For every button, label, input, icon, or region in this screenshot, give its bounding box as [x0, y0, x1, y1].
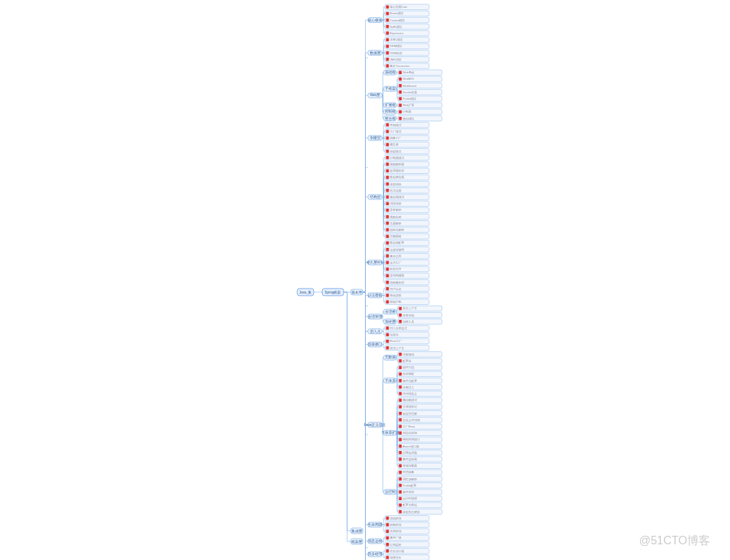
svg-rect-206	[399, 432, 402, 435]
svg-text:切入点: 切入点	[370, 329, 381, 333]
svg-rect-23	[386, 31, 389, 35]
svg-rect-248	[386, 523, 389, 527]
svg-rect-176	[399, 366, 402, 370]
svg-text:Aware接口族: Aware接口族	[403, 445, 419, 448]
svg-text:Context模块: Context模块	[390, 19, 405, 22]
svg-rect-110	[386, 222, 389, 225]
svg-rect-17	[386, 19, 389, 22]
svg-rect-56	[399, 104, 402, 108]
svg-text:后置处理器: 后置处理器	[403, 451, 417, 455]
svg-text:基础框: 基础框	[385, 70, 396, 74]
svg-rect-191	[399, 399, 402, 403]
svg-rect-59	[399, 110, 402, 114]
svg-rect-230	[399, 484, 402, 487]
svg-text:Bean工厂: Bean工厂	[390, 339, 402, 343]
svg-rect-203	[399, 425, 402, 428]
svg-text:OXM映射: OXM映射	[390, 51, 402, 55]
svg-rect-32	[386, 51, 389, 55]
svg-text:验证器模式: 验证器模式	[390, 195, 404, 199]
svg-text:应用上下文: 应用上下文	[390, 346, 404, 350]
svg-text:切入点表达式: 切入点表达式	[390, 326, 407, 330]
svg-rect-107	[386, 215, 389, 219]
svg-text:加密层: 加密层	[385, 319, 396, 323]
svg-rect-149	[399, 307, 402, 311]
svg-rect-224	[399, 471, 402, 475]
svg-text:组件扫描: 组件扫描	[403, 365, 414, 369]
svg-rect-128	[386, 261, 389, 264]
svg-rect-212	[399, 445, 402, 448]
svg-text:初始化回调: 初始化回调	[403, 431, 417, 435]
svg-text:控制框: 控制框	[385, 109, 396, 113]
svg-rect-101	[386, 202, 389, 206]
svg-text:工厂Bean: 工厂Bean	[403, 425, 415, 428]
svg-text:条件化配置: 条件化配置	[403, 379, 417, 383]
svg-text:容器接口: 容器接口	[368, 342, 382, 346]
svg-text:配置类: 配置类	[403, 359, 411, 363]
svg-text:调度任务: 调度任务	[390, 556, 401, 559]
svg-text:条件求值: 条件求值	[403, 490, 414, 494]
svg-text:注解驱动: 注解驱动	[403, 353, 414, 356]
svg-text:Spring框架: Spring框架	[324, 290, 341, 294]
svg-text:Web层: Web层	[370, 93, 380, 97]
svg-rect-236	[399, 497, 402, 501]
svg-text:核心容器Core: 核心容器Core	[389, 5, 407, 9]
svg-rect-50	[399, 90, 402, 94]
svg-rect-68	[386, 130, 389, 133]
svg-text:连接池管理: 连接池管理	[390, 248, 404, 252]
svg-rect-152	[399, 313, 402, 317]
svg-rect-209	[399, 438, 402, 442]
svg-text:会话管理: 会话管理	[368, 314, 382, 318]
svg-rect-134	[386, 274, 389, 278]
svg-rect-122	[386, 248, 389, 252]
svg-rect-92	[386, 182, 389, 186]
svg-text:框架层: 框架层	[351, 539, 362, 544]
svg-text:自定义作用域: 自定义作用域	[403, 418, 420, 422]
svg-text:环境抽象: 环境抽象	[403, 470, 414, 474]
svg-rect-197	[399, 412, 402, 415]
svg-text:消息转换: 消息转换	[390, 202, 401, 205]
svg-rect-179	[399, 373, 402, 376]
svg-text:JMS消息: JMS消息	[390, 58, 401, 61]
svg-text:ORM模块: ORM模块	[390, 44, 402, 48]
svg-rect-11	[386, 6, 389, 9]
svg-rect-185	[399, 385, 402, 389]
svg-text:懒加载模式: 懒加载模式	[402, 398, 417, 402]
svg-rect-62	[399, 117, 402, 120]
svg-text:Web基础: Web基础	[403, 71, 414, 74]
svg-rect-254	[386, 536, 389, 540]
svg-text:WebMVC: WebMVC	[403, 78, 414, 81]
svg-text:查询构建器: 查询构建器	[390, 274, 404, 277]
svg-rect-83	[386, 162, 389, 166]
svg-text:子框架: 子框架	[385, 86, 396, 90]
svg-text:事件监听器: 事件监听器	[403, 457, 417, 461]
svg-text:异步处理: 异步处理	[368, 551, 382, 556]
svg-rect-188	[399, 392, 402, 395]
svg-text:主题解析: 主题解析	[390, 222, 401, 225]
svg-rect-29	[386, 45, 389, 48]
svg-text:Beans模块: Beans模块	[390, 11, 403, 15]
svg-text:Java_集: Java_集	[299, 290, 312, 294]
svg-rect-260	[386, 549, 389, 553]
svg-text:拦截器链: 拦截器链	[390, 234, 401, 238]
svg-text:作用域定义: 作用域定义	[402, 392, 417, 395]
svg-text:认证授权: 认证授权	[368, 293, 382, 297]
svg-text:用户认证: 用户认证	[390, 287, 401, 291]
svg-text:元数据: 元数据	[385, 356, 396, 359]
svg-text:子体系: 子体系	[385, 378, 396, 383]
svg-text:持久层封装: 持久层封装	[366, 260, 384, 264]
svg-text:加密工具: 加密工具	[403, 320, 414, 323]
svg-rect-257	[386, 543, 389, 546]
svg-rect-227	[399, 477, 402, 481]
svg-rect-98	[386, 195, 389, 199]
svg-text:核心模块: 核心模块	[367, 18, 382, 22]
svg-rect-173	[399, 359, 402, 363]
svg-text:JDBC模块: JDBC模块	[390, 38, 403, 41]
svg-rect-233	[399, 490, 402, 494]
svg-rect-53	[399, 97, 402, 100]
svg-rect-218	[399, 457, 402, 461]
svg-text:映射文件: 映射文件	[390, 267, 401, 271]
svg-text:会话桥: 会话桥	[385, 309, 396, 313]
svg-text:视图解析器: 视图解析器	[390, 162, 404, 166]
svg-rect-251	[386, 530, 389, 534]
svg-text:主候选标记: 主候选标记	[403, 405, 417, 408]
